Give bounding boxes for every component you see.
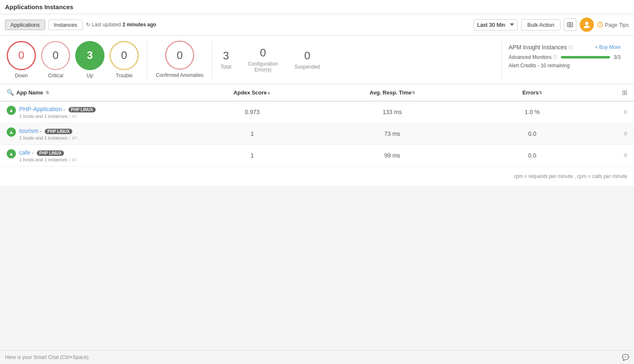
stats-section: 3 Total 0 ConfigurationError(s) 0 Suspen… (212, 41, 502, 79)
col-header-resp-time[interactable]: Avg. Resp. Time ⇅ (322, 89, 462, 96)
label-critical: Critical (48, 73, 64, 79)
table-row: ▲ cafe - PHP LINUX 1 hosts and 1 instanc… (0, 145, 634, 167)
sort-app-name-icon: ⇅ (46, 90, 49, 95)
app-col-2: ▲ cafe - PHP LINUX 1 hosts and 1 instanc… (7, 149, 182, 162)
table-footer-note: rpm = requests per minute , cpm = calls … (0, 167, 634, 186)
app-name-2[interactable]: cafe (19, 149, 30, 156)
apm-info-icon[interactable]: ⓘ (568, 44, 573, 51)
status-up[interactable]: 3 Up (75, 41, 104, 79)
last-updated-value: 2 minutes ago (122, 22, 156, 28)
app-meta-0: 1 hosts and 1 instances | 🏷 (19, 114, 96, 119)
grid-view-icon[interactable]: ⊞ (622, 89, 627, 97)
anomaly-circle: 0 (165, 41, 194, 70)
page-tips-label: Page Tips (605, 22, 629, 28)
circle-up: 3 (75, 41, 104, 70)
app-col-1: ▲ tourism - PHP LINUX 1 hosts and 1 inst… (7, 127, 182, 140)
bulk-action-button[interactable]: Bulk Action (521, 19, 560, 31)
errors-0: 1.0 % (462, 109, 602, 115)
apm-progress-count: 3/3 (614, 54, 621, 60)
status-trouble[interactable]: 0 Trouble (109, 41, 139, 79)
apm-section: APM Insight Instances ⓘ + Buy More Advan… (502, 41, 627, 79)
summary-section: 0 Down 0 Critical 3 Up 0 Trouble 0 Con (0, 36, 634, 84)
tab-applications[interactable]: Applications (5, 20, 45, 30)
time-range-select[interactable]: Last 30 Min (474, 19, 518, 31)
apdex-0: 0.973 (182, 109, 322, 115)
errors-2: 0.0 (462, 152, 602, 159)
svg-rect-0 (568, 23, 573, 27)
status-up-icon-1: ▲ (7, 127, 16, 137)
search-icon[interactable]: 🔍 (7, 89, 14, 96)
tag-icon-2[interactable]: 🏷 (72, 157, 76, 162)
circle-trouble: 0 (109, 41, 139, 70)
col-header-app-name[interactable]: 🔍 App Name ⇅ (7, 89, 182, 96)
tab-instances[interactable]: Instances (48, 20, 83, 30)
col-header-actions: ⊞ (602, 89, 627, 97)
stat-suspended: 0 Suspended (295, 49, 320, 70)
svg-point-1 (569, 24, 571, 26)
hosts-info-0[interactable]: 1 hosts and 1 instances (19, 114, 68, 119)
sort-apdex-icon: ▲ (267, 90, 271, 95)
status-circles: 0 Down 0 Critical 3 Up 0 Trouble (7, 41, 148, 79)
header-top-row: Applications Instances (0, 0, 634, 14)
errors-1: 0.0 (462, 130, 602, 137)
app-name-1[interactable]: tourism (19, 127, 38, 134)
app-tag-1: PHP LINUX (45, 129, 72, 134)
sort-errors-icon: ⇅ (539, 90, 542, 95)
app-tag-0: PHP LINUX (69, 107, 96, 112)
resp-time-2: 99 ms (322, 152, 462, 159)
alert-credits: Alert Credits - 10 remaining (509, 63, 621, 69)
anomaly-label: Confirmed Anomalies (156, 72, 204, 79)
advanced-monitors-info-icon[interactable]: ⓘ (553, 54, 558, 60)
page-title: Applications Instances (5, 3, 73, 10)
table-row: ▲ PHP-Application - PHP LINUX 1 hosts an… (0, 102, 634, 123)
col-header-errors[interactable]: Errors ⇅ (462, 89, 602, 96)
resp-time-1: 73 ms (322, 130, 462, 137)
app-tag-2: PHP LINUX (37, 150, 64, 156)
status-up-icon-0: ▲ (7, 106, 16, 115)
label-down: Down (15, 73, 28, 79)
top-bar: Applications Instances ↻ Last updated 2 … (0, 14, 634, 36)
row-menu-1[interactable]: ≡ (602, 130, 627, 137)
refresh-icon[interactable]: ↻ (86, 22, 90, 28)
col-header-apdex[interactable]: Apdex Score ▲ (182, 89, 322, 96)
tag-icon-1[interactable]: 🏷 (72, 135, 76, 140)
svg-point-5 (600, 23, 601, 24)
last-updated: ↻ Last updated 2 minutes ago (86, 22, 156, 28)
stat-total: 3 Total (221, 49, 231, 70)
advanced-monitors-label: Advanced Monitors ⓘ (509, 54, 558, 60)
table-section: 🔍 App Name ⇅ Apdex Score ▲ Avg. Resp. Ti… (0, 84, 634, 186)
app-meta-1: 1 hosts and 1 instances | 🏷 (19, 135, 76, 140)
tag-icon-0[interactable]: 🏷 (72, 114, 76, 119)
status-critical[interactable]: 0 Critical (41, 41, 70, 79)
row-menu-2[interactable]: ≡ (602, 152, 627, 159)
apdex-2: 1 (182, 152, 322, 159)
table-body: ▲ PHP-Application - PHP LINUX 1 hosts an… (0, 102, 634, 167)
stat-config-errors: 0 ConfigurationError(s) (248, 46, 278, 73)
hosts-info-2[interactable]: 1 hosts and 1 instances (19, 157, 68, 162)
hosts-info-1[interactable]: 1 hosts and 1 instances (19, 135, 68, 140)
table-header: 🔍 App Name ⇅ Apdex Score ▲ Avg. Resp. Ti… (0, 84, 634, 102)
app-name-0[interactable]: PHP-Application (19, 106, 62, 112)
app-col-0: ▲ PHP-Application - PHP LINUX 1 hosts an… (7, 106, 182, 119)
apdex-1: 1 (182, 130, 322, 137)
label-up: Up (87, 73, 93, 79)
row-menu-0[interactable]: ≡ (602, 108, 627, 116)
status-up-icon-2: ▲ (7, 149, 16, 158)
buy-more-link[interactable]: + Buy More (595, 44, 621, 50)
circle-down: 0 (7, 41, 36, 70)
page-tips-button[interactable]: Page Tips (597, 22, 629, 28)
label-trouble: Trouble (116, 73, 132, 79)
apm-progress-fill (561, 56, 611, 59)
anomaly-section[interactable]: 0 Confirmed Anomalies (148, 41, 212, 79)
app-meta-2: 1 hosts and 1 instances | 🏷 (19, 157, 76, 162)
resp-time-0: 133 ms (322, 109, 462, 115)
apm-title: APM Insight Instances ⓘ (509, 44, 573, 51)
circle-critical: 0 (41, 41, 70, 70)
status-down[interactable]: 0 Down (7, 41, 36, 79)
user-avatar[interactable] (580, 18, 594, 32)
sort-resp-icon: ⇅ (412, 90, 415, 95)
apm-progress-bar (561, 56, 611, 59)
screenshot-icon[interactable] (564, 18, 576, 31)
svg-point-2 (585, 22, 588, 25)
table-row: ▲ tourism - PHP LINUX 1 hosts and 1 inst… (0, 123, 634, 145)
